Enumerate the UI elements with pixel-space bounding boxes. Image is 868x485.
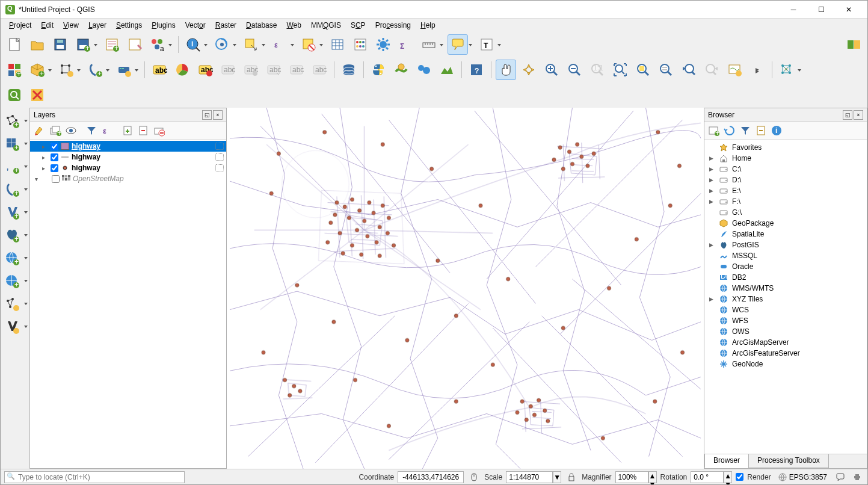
magnifier-input-group[interactable]: ▲▼ (615, 471, 657, 483)
identify-button[interactable]: i (183, 34, 203, 55)
layer-checkbox[interactable] (51, 153, 58, 161)
rotation-input[interactable] (691, 471, 724, 483)
filter-legend-button[interactable] (84, 123, 99, 138)
new-geopackage-button[interactable]: + (27, 60, 48, 80)
filter-browser-button[interactable] (738, 123, 753, 138)
rotation-input-group[interactable]: ▲▼ (691, 471, 732, 483)
add-layer-button[interactable]: + (707, 123, 721, 138)
add-group-button[interactable]: + (48, 123, 63, 138)
browser-item-wcs[interactable]: WCS (704, 304, 867, 315)
add-vector-button[interactable]: + (1, 110, 23, 132)
menu-project[interactable]: Project (4, 20, 36, 31)
browser-item-arcgisfeatureserver[interactable]: ArcGisFeatureServer (704, 348, 867, 359)
browser-item-db2[interactable]: DB2DB2 (704, 272, 867, 283)
scp-roi-button[interactable] (27, 85, 48, 105)
expand-icon[interactable]: ▶ (709, 155, 715, 161)
new-project-button[interactable] (4, 34, 25, 55)
coordinate-input[interactable] (398, 471, 464, 483)
menu-help[interactable]: Help (416, 20, 440, 31)
menu-mmqgis[interactable]: MMQGIS (306, 20, 346, 31)
layer-style-button[interactable] (32, 123, 47, 138)
help-button[interactable]: ? (466, 60, 487, 80)
layer-labeling-button[interactable]: abc (149, 60, 170, 80)
add-delimited-button[interactable]: ,+ (1, 156, 23, 178)
browser-item-wfs[interactable]: WFS (704, 315, 867, 326)
expand-icon[interactable]: ▶ (709, 199, 715, 205)
layer-checkbox[interactable] (51, 143, 58, 150)
browser-item-geonode[interactable]: GeoNode (704, 359, 867, 369)
scale-input[interactable] (506, 471, 553, 483)
expand-icon[interactable]: ▸ (42, 154, 48, 161)
open-project-button[interactable] (27, 34, 48, 55)
more-tools-button[interactable] (747, 60, 768, 80)
pin-labels-button[interactable]: abc (218, 60, 238, 80)
diagram-button[interactable] (172, 60, 192, 80)
expand-icon[interactable]: ▶ (709, 188, 715, 194)
zoom-in-button[interactable] (541, 60, 562, 80)
layer-row-highway-poly[interactable]: ▸ highway (30, 141, 226, 152)
scale-input-group[interactable]: ▼ (506, 471, 561, 483)
deselect-all-button[interactable] (298, 34, 319, 55)
menu-layer[interactable]: Layer (84, 20, 111, 31)
toggle-mouse-button[interactable] (467, 471, 481, 484)
browser-item-g[interactable]: G:\ (704, 207, 867, 218)
browser-item-favorites[interactable]: Favorites (704, 142, 867, 153)
minimize-button[interactable]: ─ (780, 1, 807, 19)
locate-input[interactable] (4, 471, 185, 483)
add-wms-button[interactable]: + (1, 247, 23, 269)
browser-item-home[interactable]: ▶Home (704, 153, 867, 164)
new-spatialite-button[interactable]: + (85, 60, 105, 80)
close-button[interactable]: ✕ (835, 1, 863, 19)
add-raster-button[interactable]: + (1, 133, 23, 155)
add-ows-button[interactable] (1, 316, 23, 338)
zoom-last-button[interactable] (679, 60, 699, 80)
expand-icon[interactable]: ▶ (709, 242, 715, 248)
zoom-full-button[interactable] (610, 60, 630, 80)
crs-button[interactable]: EPSG:3857 (775, 471, 830, 484)
browser-item-geopackage[interactable]: GeoPackage (704, 218, 867, 229)
layer-checkbox[interactable] (51, 164, 58, 172)
browser-tree[interactable]: Favorites▶Home▶C:\▶D:\▶E:\▶F:\G:\GeoPack… (704, 140, 867, 454)
browser-item-f[interactable]: ▶F:\ (704, 196, 867, 207)
browser-item-ows[interactable]: OWS (704, 326, 867, 337)
zoom-to-layer-button[interactable] (656, 60, 676, 80)
mag-up[interactable]: ▲ (649, 472, 656, 480)
layout-manager-button[interactable] (125, 34, 145, 55)
layer-row-osm[interactable]: ▾ OpenStreetMap (30, 173, 226, 184)
db-manager-button[interactable] (339, 60, 359, 80)
maximize-button[interactable]: ☐ (807, 1, 835, 19)
pan-to-selection-button[interactable] (519, 60, 539, 80)
menu-vector[interactable]: Vector (180, 20, 211, 31)
add-postgis-button[interactable]: + (1, 224, 23, 246)
data-source-manager-button[interactable]: + (4, 60, 25, 80)
browser-item-wmswmts[interactable]: WMS/WMTS (704, 283, 867, 294)
expand-icon[interactable]: ▶ (709, 166, 715, 172)
tab-processing[interactable]: Processing Toolbox (748, 454, 829, 468)
highlight-labels-button[interactable]: abc (195, 60, 215, 80)
osm-button[interactable] (414, 60, 434, 80)
metasearch-button[interactable] (391, 60, 411, 80)
zoom-next-button[interactable] (701, 60, 722, 80)
scp-search-button[interactable] (4, 85, 25, 105)
measure-button[interactable] (419, 34, 439, 55)
collapse-browser-button[interactable] (754, 123, 768, 138)
expand-icon[interactable]: ▶ (709, 296, 715, 302)
add-wcs-button[interactable]: + (1, 270, 23, 292)
move-label-button[interactable]: abc (263, 60, 284, 80)
rot-up[interactable]: ▲ (724, 472, 731, 480)
browser-item-mssql[interactable]: MSSQL (704, 250, 867, 261)
browser-item-d[interactable]: ▶D:\ (704, 175, 867, 185)
layers-close-button[interactable]: × (213, 110, 223, 120)
menu-raster[interactable]: Raster (211, 20, 241, 31)
menu-edit[interactable]: Edit (36, 20, 58, 31)
run-feature-action-button[interactable] (212, 34, 232, 55)
refresh-button[interactable] (722, 123, 737, 138)
magnifier-input[interactable] (615, 471, 648, 483)
expand-all-button[interactable] (120, 123, 135, 138)
zoom-native-button[interactable]: 1:1 (587, 60, 608, 80)
browser-item-spatialite[interactable]: SpatiaLite (704, 229, 867, 239)
rotate-label-button[interactable]: abc (286, 60, 307, 80)
processing-toolbox-button[interactable] (373, 34, 393, 55)
messages-button[interactable] (834, 471, 847, 484)
new-map-view-button[interactable] (724, 60, 745, 80)
